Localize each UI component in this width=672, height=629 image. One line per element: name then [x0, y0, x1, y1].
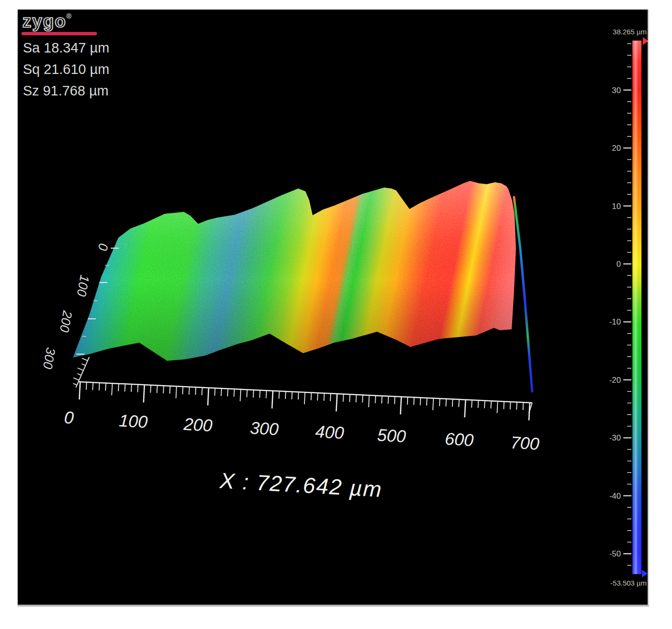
page: zygo® Sa 18.347 µm Sq 21.610 µm Sz 91.76… [0, 0, 672, 629]
y-tick-label-200: 200 [57, 309, 75, 334]
x-tick-label-200: 200 [183, 414, 213, 435]
colorbar-sheen [632, 41, 641, 574]
surface-shading [73, 181, 516, 361]
x-tick-label-600: 600 [444, 429, 474, 450]
colorbar-tick-labels: 30 20 10 0 -10 -20 -30 -40 -50 [609, 86, 621, 558]
colorbar-ticks [623, 43, 631, 565]
y-tick-label-100: 100 [74, 274, 92, 298]
x-length-caption: X : 727.642 µm [219, 468, 383, 502]
cbar-label-n50: -50 [609, 549, 621, 558]
x-tick-label-300: 300 [250, 418, 279, 439]
x-tick-labels: 0 100 200 300 400 500 600 700 [63, 408, 540, 454]
colorbar-max-marker-icon [643, 37, 648, 45]
y-tick-label-300: 300 [40, 346, 58, 370]
colorbar-min-label: -53.503 µm [610, 579, 647, 587]
x-tick-label-100: 100 [118, 410, 148, 431]
cbar-label-0: 0 [617, 260, 621, 269]
cbar-label-10: 10 [612, 202, 621, 211]
surface-right-drop-edge [514, 197, 532, 391]
cbar-label-n30: -30 [609, 433, 621, 442]
cbar-label-n40: -40 [609, 492, 621, 501]
x-tick-label-0: 0 [63, 408, 74, 428]
cbar-label-n10: -10 [609, 317, 621, 326]
surface-plot-svg: 0 100 200 300 400 500 600 700 X : 727.64… [18, 10, 648, 605]
x-tick-label-500: 500 [377, 425, 406, 446]
surface-3d [70, 177, 532, 391]
colorbar-min-marker-icon [642, 570, 648, 577]
cbar-label-20: 20 [612, 144, 621, 153]
plot-canvas: zygo® Sa 18.347 µm Sq 21.610 µm Sz 91.76… [18, 10, 649, 607]
x-tick-label-400: 400 [315, 421, 344, 442]
x-tick-label-700: 700 [510, 432, 540, 453]
cbar-label-n20: -20 [609, 376, 621, 385]
colorbar-max-label: 38.265 µm [613, 28, 647, 36]
y-tick-label-0: 0 [95, 242, 111, 252]
cbar-label-30: 30 [612, 86, 621, 95]
colorbar: 38.265 µm -53.503 µm 30 20 10 0 -10 -20 … [609, 28, 648, 587]
x-ruler-edge [79, 382, 532, 403]
